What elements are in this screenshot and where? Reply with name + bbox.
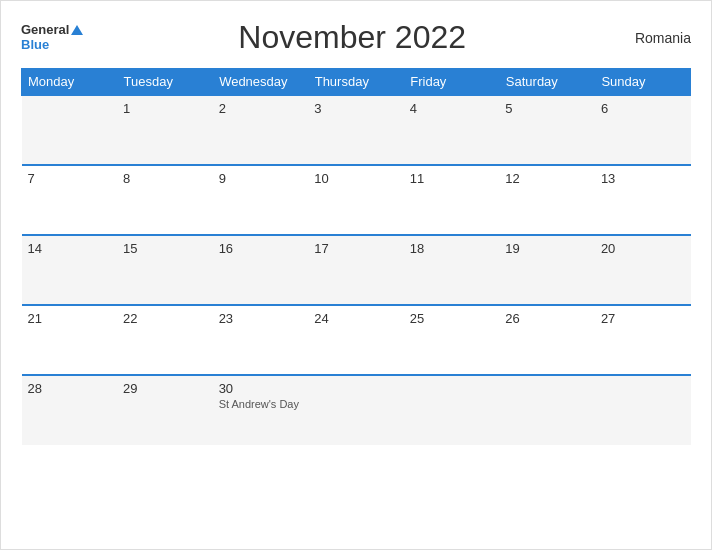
day-number: 16 [219, 241, 303, 256]
calendar-day-cell: 30St Andrew's Day [213, 375, 309, 445]
day-number: 1 [123, 101, 207, 116]
calendar-day-cell [595, 375, 691, 445]
header-sunday: Sunday [595, 69, 691, 96]
country-label: Romania [621, 30, 691, 46]
day-number: 5 [505, 101, 589, 116]
calendar-day-cell: 20 [595, 235, 691, 305]
calendar-header: General Blue November 2022 Romania [21, 19, 691, 56]
day-number: 7 [28, 171, 112, 186]
day-number: 20 [601, 241, 685, 256]
day-number: 27 [601, 311, 685, 326]
day-number: 9 [219, 171, 303, 186]
header-friday: Friday [404, 69, 500, 96]
calendar-day-cell: 18 [404, 235, 500, 305]
calendar-day-cell [308, 375, 404, 445]
day-number: 24 [314, 311, 398, 326]
day-number: 29 [123, 381, 207, 396]
calendar-day-cell: 17 [308, 235, 404, 305]
calendar-day-cell: 19 [499, 235, 595, 305]
calendar-body: 1234567891011121314151617181920212223242… [22, 95, 691, 445]
day-number: 26 [505, 311, 589, 326]
logo-general: General [21, 23, 83, 37]
calendar-day-cell: 25 [404, 305, 500, 375]
calendar-day-cell: 12 [499, 165, 595, 235]
calendar-day-cell: 8 [117, 165, 213, 235]
calendar-day-cell: 3 [308, 95, 404, 165]
calendar-day-cell [499, 375, 595, 445]
calendar-day-cell [404, 375, 500, 445]
calendar-day-cell: 9 [213, 165, 309, 235]
day-number: 13 [601, 171, 685, 186]
calendar-day-cell: 15 [117, 235, 213, 305]
logo-triangle-icon [71, 25, 83, 35]
logo-area: General Blue [21, 23, 83, 52]
calendar-day-cell: 24 [308, 305, 404, 375]
calendar-day-cell: 11 [404, 165, 500, 235]
day-number: 6 [601, 101, 685, 116]
day-number: 10 [314, 171, 398, 186]
header-monday: Monday [22, 69, 118, 96]
logo-blue: Blue [21, 38, 49, 52]
day-number: 4 [410, 101, 494, 116]
day-number: 21 [28, 311, 112, 326]
day-number: 23 [219, 311, 303, 326]
calendar-day-cell: 14 [22, 235, 118, 305]
holiday-label: St Andrew's Day [219, 398, 303, 410]
calendar-day-cell: 26 [499, 305, 595, 375]
day-number: 28 [28, 381, 112, 396]
day-number: 3 [314, 101, 398, 116]
header-tuesday: Tuesday [117, 69, 213, 96]
calendar-day-cell: 16 [213, 235, 309, 305]
day-number: 18 [410, 241, 494, 256]
day-number: 25 [410, 311, 494, 326]
header-thursday: Thursday [308, 69, 404, 96]
calendar-day-cell: 5 [499, 95, 595, 165]
day-number: 8 [123, 171, 207, 186]
day-number: 2 [219, 101, 303, 116]
calendar-day-cell: 6 [595, 95, 691, 165]
calendar-week-row: 78910111213 [22, 165, 691, 235]
calendar-table: Monday Tuesday Wednesday Thursday Friday… [21, 68, 691, 445]
day-number: 12 [505, 171, 589, 186]
weekday-header-row: Monday Tuesday Wednesday Thursday Friday… [22, 69, 691, 96]
calendar-day-cell: 13 [595, 165, 691, 235]
calendar-day-cell: 10 [308, 165, 404, 235]
calendar-day-cell: 2 [213, 95, 309, 165]
day-number: 22 [123, 311, 207, 326]
calendar-container: General Blue November 2022 Romania Monda… [0, 0, 712, 550]
calendar-day-cell: 22 [117, 305, 213, 375]
calendar-day-cell: 23 [213, 305, 309, 375]
calendar-week-row: 14151617181920 [22, 235, 691, 305]
day-number: 19 [505, 241, 589, 256]
calendar-title: November 2022 [83, 19, 621, 56]
day-number: 14 [28, 241, 112, 256]
calendar-day-cell: 28 [22, 375, 118, 445]
calendar-week-row: 282930St Andrew's Day [22, 375, 691, 445]
day-number: 17 [314, 241, 398, 256]
calendar-day-cell: 1 [117, 95, 213, 165]
calendar-day-cell: 7 [22, 165, 118, 235]
calendar-day-cell: 4 [404, 95, 500, 165]
header-saturday: Saturday [499, 69, 595, 96]
day-number: 30 [219, 381, 303, 396]
calendar-week-row: 21222324252627 [22, 305, 691, 375]
header-wednesday: Wednesday [213, 69, 309, 96]
calendar-week-row: 123456 [22, 95, 691, 165]
calendar-day-cell: 27 [595, 305, 691, 375]
calendar-day-cell [22, 95, 118, 165]
calendar-day-cell: 29 [117, 375, 213, 445]
day-number: 11 [410, 171, 494, 186]
day-number: 15 [123, 241, 207, 256]
calendar-day-cell: 21 [22, 305, 118, 375]
